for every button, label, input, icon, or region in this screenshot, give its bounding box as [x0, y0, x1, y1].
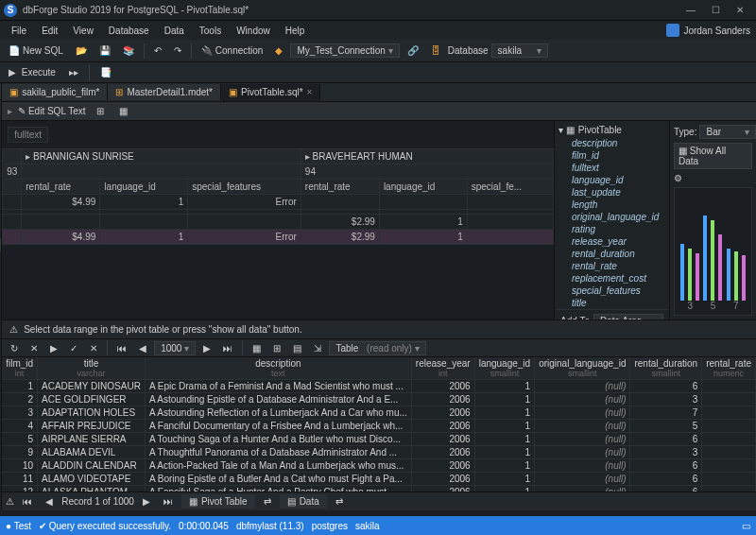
grid-card-button[interactable]: ⊞	[268, 341, 285, 355]
column-header[interactable]: original_language_idsmallint	[535, 357, 630, 380]
grid-mode-dropdown[interactable]: Table (read only)	[329, 341, 426, 355]
data-grid[interactable]: film_idinttitlevarchardescriptiontextrel…	[2, 357, 756, 492]
grid-rollback-button[interactable]: ✕	[85, 341, 102, 355]
chart-type-dropdown[interactable]: Bar	[699, 125, 756, 139]
redo-button[interactable]: ↷	[169, 43, 186, 58]
table-row[interactable]: 4AFFAIR PREJUDICEA Fanciful Documentary …	[2, 420, 755, 433]
tree-node[interactable]: ▸Indexes	[0, 265, 1, 278]
column-header[interactable]: language_idsmallint	[474, 357, 535, 380]
record-first-button[interactable]: ⏮	[18, 494, 37, 509]
tree-node[interactable]: ▸Indexes	[0, 357, 1, 371]
tab-sakila-film[interactable]: ▣ sakila_public_film*	[2, 84, 108, 100]
tree-node[interactable]: ▾city	[0, 318, 1, 331]
format-button[interactable]: 📑	[95, 65, 116, 79]
tree-node[interactable]: ▸Rules	[0, 291, 1, 304]
grid-export-button[interactable]: ⇲	[309, 341, 326, 355]
field-item[interactable]: length	[557, 198, 667, 211]
grid-prev-button[interactable]: ◀	[134, 341, 151, 355]
field-item[interactable]: original_language_id	[557, 211, 667, 223]
tree-node[interactable]: ▸Columns	[0, 331, 1, 344]
tab-close-icon[interactable]: ×	[307, 87, 313, 97]
minimize-button[interactable]: —	[679, 2, 703, 19]
menu-file[interactable]: File	[6, 24, 32, 38]
tree-node[interactable]: ▾address	[0, 185, 1, 198]
grid-view-button[interactable]: ▦	[248, 341, 266, 355]
column-header[interactable]: titlevarchar	[38, 357, 146, 380]
tab-move-icon[interactable]: ⇄	[259, 494, 276, 509]
user-account[interactable]: Jordan Sanders	[666, 24, 750, 37]
tree-root[interactable]: ▾My_Test_Connection	[0, 119, 1, 132]
field-item[interactable]: rental_rate	[557, 260, 667, 272]
field-item[interactable]: rental_duration	[557, 248, 667, 260]
edit-sql-button[interactable]: ✎ Edit SQL Text	[18, 106, 85, 116]
execute-step-button[interactable]: ▸▸	[64, 65, 83, 79]
table-row[interactable]: 2ACE GOLDFINGERA Astounding Epistle of a…	[2, 393, 755, 406]
menu-tools[interactable]: Tools	[194, 24, 227, 38]
tree-node[interactable]: ▸Triggers	[0, 278, 1, 291]
tree-node[interactable]: ▾Columns (3)	[0, 463, 1, 476]
table-row[interactable]: 1ACADEMY DINOSAURA Epic Drama of a Femin…	[2, 380, 755, 393]
bottom-tab-data[interactable]: ▤ Data	[280, 494, 327, 509]
grid-mode-button[interactable]: ▦	[114, 104, 132, 118]
tree-node[interactable]: ▸Constraints	[0, 344, 1, 357]
field-item[interactable]: last_update	[557, 186, 667, 198]
table-row[interactable]: 11ALAMO VIDEOTAPEA Boring Epistle of a B…	[2, 473, 755, 486]
column-header[interactable]: film_idint	[2, 357, 37, 380]
field-item[interactable]: language_id	[557, 174, 667, 186]
grid-next-button[interactable]: ▶	[198, 341, 215, 355]
grid-last-button[interactable]: ⏭	[218, 341, 237, 355]
tree-node[interactable]: ▾public	[0, 146, 1, 159]
menu-view[interactable]: View	[67, 24, 99, 38]
bottom-tab-pivot[interactable]: ▦ Pivot Table	[181, 494, 255, 509]
record-prev-button[interactable]: ◀	[41, 494, 58, 509]
field-item[interactable]: fulltext	[557, 162, 667, 174]
pivot-mode-button[interactable]: ⊞	[92, 104, 109, 118]
fieldlist-header[interactable]: ▾ ▦ PivotTable	[557, 123, 667, 137]
close-button[interactable]: ✕	[728, 2, 752, 19]
tree-node[interactable]: category_idsmalli	[0, 490, 1, 503]
grid-first-button[interactable]: ⏮	[112, 341, 131, 355]
tree-node[interactable]: city_idsmallint	[0, 251, 1, 265]
tree-node[interactable]: last_updatetimest	[0, 503, 1, 510]
tree-node[interactable]: ▸film	[0, 423, 1, 437]
tree-node[interactable]: ▾address_city_id_fke	[0, 238, 1, 251]
record-last-button[interactable]: ⏭	[159, 494, 178, 509]
tree-node[interactable]: ▾Tables (15)	[0, 159, 1, 172]
field-item[interactable]: replacement_cost	[557, 272, 667, 285]
tree[interactable]: ▾My_Test_Connection ▸System Schemas▾publ…	[0, 117, 1, 510]
tree-node[interactable]: film_idsmalli	[0, 476, 1, 490]
pivot-area[interactable]: fulltext ▸ BRANNIGAN SUNRISE ▸ BRAVEHEAR…	[2, 121, 554, 319]
menu-edit[interactable]: Edit	[36, 24, 63, 38]
open-button[interactable]: 📂	[71, 43, 92, 58]
column-header[interactable]: rental_ratenumeric	[702, 357, 756, 380]
tab-pivottable[interactable]: ▣ PivotTable.sql* ×	[221, 84, 320, 101]
execute-button[interactable]: ▶ Execute	[4, 65, 60, 79]
table-row[interactable]: 3ADAPTATION HOLESA Astounding Reflection…	[2, 406, 755, 420]
field-item[interactable]: title	[557, 297, 667, 309]
field-item[interactable]: release_year	[557, 235, 667, 248]
pivot-field-list[interactable]: ▾ ▦ PivotTable descriptionfilm_idfulltex…	[554, 121, 669, 319]
save-button[interactable]: 💾	[94, 43, 115, 58]
undo-button[interactable]: ↶	[149, 43, 166, 58]
connection-dropdown[interactable]: My_Test_Connection	[290, 43, 399, 58]
tree-node[interactable]: ▸category	[0, 304, 1, 318]
field-item[interactable]: description	[557, 137, 667, 149]
tree-node[interactable]: ▸actor	[0, 172, 1, 185]
field-item[interactable]: special_features	[557, 285, 667, 297]
tab-move-icon-2[interactable]: ⇄	[331, 494, 348, 509]
new-sql-button[interactable]: 📄 New SQL	[4, 43, 68, 58]
pivot-grid[interactable]: ▸ BRANNIGAN SUNRISE ▸ BRAVEHEART HUMAN 9…	[2, 148, 554, 245]
tab-masterdetail[interactable]: ⊞ MasterDetail1.mdet*	[108, 84, 221, 100]
column-header[interactable]: rental_durationsmallint	[630, 357, 702, 380]
menu-data[interactable]: Data	[159, 24, 190, 38]
menu-database[interactable]: Database	[103, 24, 155, 38]
tree-node[interactable]: ▸customer	[0, 410, 1, 423]
menu-window[interactable]: Window	[231, 24, 276, 38]
maximize-button[interactable]: ☐	[703, 2, 728, 19]
field-item[interactable]: film_id	[557, 149, 667, 162]
tree-node[interactable]: ▸System Schemas	[0, 132, 1, 146]
grid-cancel-button[interactable]: ✕	[26, 341, 43, 355]
column-header[interactable]: release_yearint	[411, 357, 474, 380]
field-item[interactable]: rating	[557, 223, 667, 235]
tree-node[interactable]: ▸film_actor	[0, 437, 1, 450]
